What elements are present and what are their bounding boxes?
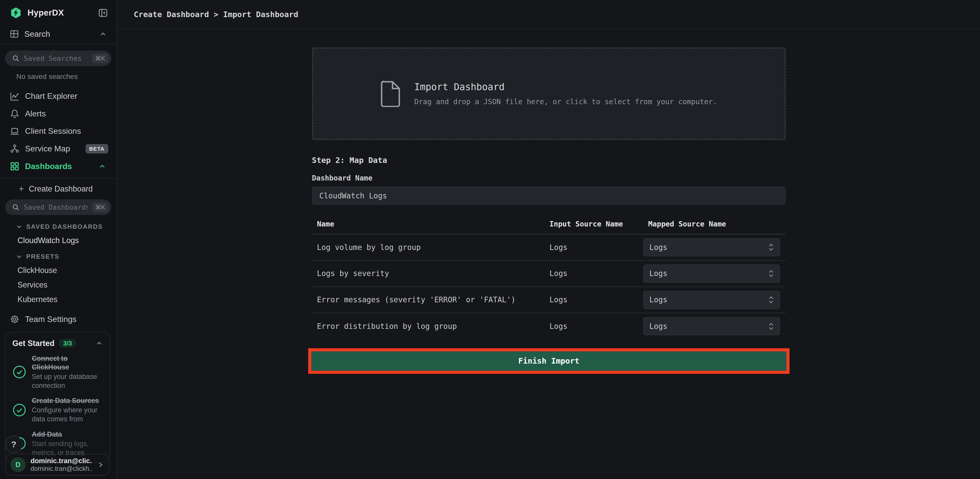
table-body: Log volume by log group Logs Logs Logs b… [312,234,786,339]
input-source-cell: Logs [544,269,643,278]
task-subtitle: Set up your database connection [32,372,103,390]
sidebar-item-team-settings[interactable]: Team Settings [0,304,116,324]
chart-name-cell: Logs by severity [312,269,545,278]
task-text: Add Data Start sending logs, metrics, or… [32,430,103,457]
selected-option: Logs [649,322,667,331]
group-label-text: SAVED DASHBOARDS [26,223,103,230]
check-circle-icon [13,365,26,379]
chart-name-cell: Error distribution by log group [312,322,545,331]
search-board-icon [10,30,19,38]
help-button[interactable]: ? [5,436,23,453]
sidebar-item-clickhouse[interactable]: ClickHouse [0,260,116,275]
table-row: Error messages (severity 'ERROR' or 'FAT… [312,287,786,313]
get-started-header[interactable]: Get Started 3/3 [13,339,103,348]
dropzone-subtitle: Drag and drop a JSON file here, or click… [414,97,717,106]
task-title: Connect to ClickHouse [32,354,103,372]
gear-icon [10,315,19,324]
breadcrumb[interactable]: Create Dashboard > Import Dashboard [134,10,298,19]
chart-name-cell: Error messages (severity 'ERROR' or 'FAT… [312,295,545,304]
sidebar-item-alerts[interactable]: Alerts [0,105,116,123]
collapse-sidebar-icon[interactable] [98,8,108,18]
team-settings-label: Team Settings [25,315,76,324]
check-circle-icon [13,403,26,417]
beta-badge: BETA [86,144,108,153]
chevron-up-icon [96,340,103,347]
user-account-button[interactable]: D dominic.tran@clic... dominic.tran@clic… [5,454,110,476]
task-text: Create Data Sources Configure where your… [32,396,103,423]
sidebar-item-kubernetes[interactable]: Kubernetes [0,289,116,304]
no-saved-searches-text: No saved searches [0,66,116,80]
saved-dashboards-input[interactable]: ⌘K [5,199,111,215]
magnifier-icon [12,55,19,62]
table-row: Error distribution by log group Logs Log… [312,313,786,340]
task-title: Add Data [32,430,103,439]
search-section-label: Search [24,29,50,39]
sidebar-item-client-sessions[interactable]: Client Sessions [0,123,116,140]
input-source-cell: Logs [544,243,643,252]
laptop-icon [10,127,19,136]
input-source-cell: Logs [544,295,643,304]
sidebar-item-services[interactable]: Services [0,275,116,289]
step-heading: Step 2: Map Data [312,156,786,165]
presets-group[interactable]: PRESETS [0,245,116,260]
chevron-down-icon [16,224,22,229]
user-info: dominic.tran@clic... dominic.tran@clickh… [30,457,92,473]
task-text: Connect to ClickHouse Set up your databa… [32,354,103,390]
plus-icon: + [19,185,24,193]
select-chevrons-icon [768,322,774,331]
dashboard-name-label: Dashboard Name [312,174,786,182]
column-header-mapped-source: Mapped Source Name [643,220,786,228]
mapping-table: Name Input Source Name Mapped Source Nam… [312,214,786,339]
chevron-up-icon [99,163,108,170]
nav-label: Client Sessions [25,126,81,136]
get-started-task-add-data[interactable]: Add Data Start sending logs, metrics, or… [13,430,103,457]
get-started-title: Get Started [13,339,55,348]
task-title: Create Data Sources [32,396,103,405]
select-chevrons-icon [768,269,774,278]
dashboard-name-input[interactable] [312,187,786,205]
user-email: dominic.tran@clickh... [30,465,92,473]
table-header: Name Input Source Name Mapped Source Nam… [312,214,786,234]
table-row: Logs by severity Logs Logs [312,261,786,287]
chart-explorer-icon [10,92,19,101]
create-dashboard-label: Create Dashboard [29,185,93,193]
mapped-source-select[interactable]: Logs [643,264,780,283]
chart-name-cell: Log volume by log group [312,243,545,252]
app-header: HyperDX [0,0,116,24]
select-chevrons-icon [768,295,774,305]
hyperdx-logo-icon [10,7,22,19]
finish-import-button[interactable]: Finish Import [311,351,786,371]
topbar: Create Dashboard > Import Dashboard [118,0,980,29]
chevron-right-icon [97,461,104,468]
sidebar-item-search[interactable]: Search [0,24,116,44]
chevron-up-icon [100,31,107,38]
create-dashboard-button[interactable]: + Create Dashboard [0,179,116,193]
mapped-source-select[interactable]: Logs [643,291,780,309]
sidebar-nav: Chart Explorer Alerts Client Sessions [0,88,116,179]
json-dropzone[interactable]: Import Dashboard Drag and drop a JSON fi… [312,48,786,140]
sidebar-item-chart-explorer[interactable]: Chart Explorer [0,88,116,105]
sidebar-item-dashboards[interactable]: Dashboards [0,158,116,175]
input-source-cell: Logs [544,322,643,331]
nav-label: Dashboards [25,162,72,171]
shortcut-badge: ⌘K [92,202,108,212]
table-row: Log volume by log group Logs Logs [312,234,786,261]
saved-searches-field[interactable] [24,54,88,62]
sidebar-item-service-map[interactable]: Service Map BETA [0,140,116,158]
column-header-name: Name [312,220,545,228]
nav-label: Alerts [25,109,46,118]
service-map-icon [10,144,19,153]
mapped-source-select[interactable]: Logs [643,238,780,256]
saved-dashboards-field[interactable] [24,203,88,211]
saved-dashboards-group[interactable]: SAVED DASHBOARDS [0,215,116,230]
saved-searches-input[interactable]: ⌘K [5,51,111,66]
finish-import-highlight: Finish Import [308,348,789,374]
bell-icon [10,109,19,118]
sidebar-item-cloudwatch-logs[interactable]: CloudWatch Logs [0,230,116,245]
document-icon [380,81,400,107]
mapped-source-select[interactable]: Logs [643,317,780,335]
avatar: D [11,457,25,473]
get-started-task-sources[interactable]: Create Data Sources Configure where your… [13,396,103,423]
group-label-text: PRESETS [26,253,59,260]
get-started-task-connect[interactable]: Connect to ClickHouse Set up your databa… [13,354,103,390]
